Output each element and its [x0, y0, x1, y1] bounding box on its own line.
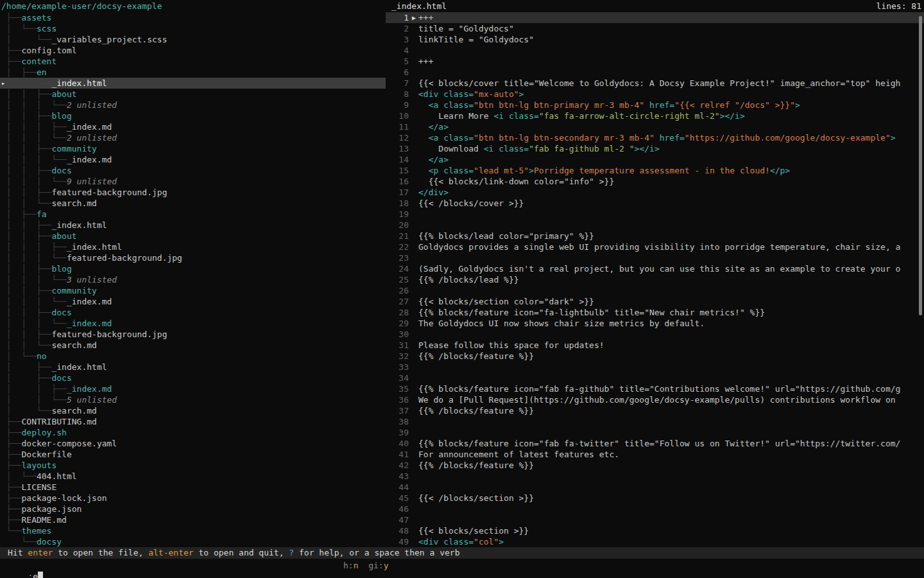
code-segment: "https://github.com/google/docsy-example… — [685, 133, 891, 143]
command-input[interactable]: :e — [28, 572, 43, 578]
tree-row[interactable]: │ │ └──search.md — [0, 198, 386, 209]
tree-item-label: _index.md — [67, 384, 112, 394]
tree-row[interactable]: │ │ ├──docs — [0, 307, 386, 318]
tree-row[interactable]: ├──LICENSE — [0, 482, 386, 493]
tree-row[interactable]: │ └──scss — [0, 23, 386, 34]
tree-row[interactable]: │ │ ├──featured-background.jpg — [0, 187, 386, 198]
tree-row[interactable]: │ │ │ └──_index.md — [0, 318, 386, 329]
file-tree-panel: ├──assets│ └──scss│ └──_variables_projec… — [0, 12, 386, 547]
tree-item-label: assets — [21, 13, 51, 22]
line-number: 7 — [386, 78, 409, 89]
tree-row[interactable]: │ │ ├──about — [0, 89, 386, 100]
tree-row[interactable]: │ ├──_index.html — [0, 362, 386, 372]
tree-row[interactable]: ├──config.toml — [0, 45, 386, 56]
tree-row[interactable]: │ │ ├──docs — [0, 165, 386, 176]
tree-row[interactable]: ├──assets — [0, 12, 386, 23]
tree-item-label: 404.html — [37, 471, 77, 481]
code-segment: ></i> — [635, 144, 660, 153]
code-text — [409, 329, 418, 340]
tree-row[interactable]: │ └──404.html — [0, 471, 386, 482]
tree-row[interactable]: │ │ ├──featured-background.jpg — [0, 329, 386, 340]
tree-row[interactable]: ├──package-lock.json — [0, 493, 386, 504]
code-segment: {{% /blocks/feature %}} — [418, 351, 534, 361]
line-number: 23 — [386, 252, 409, 263]
tree-row[interactable]: │ │ ├──community — [0, 285, 386, 296]
tree-row[interactable]: │ │ ├──about — [0, 231, 386, 241]
preview-line: 12 <a class="btn btn-lg btn-secondary mr… — [386, 132, 924, 143]
tree-row[interactable]: │ └──search.md — [0, 405, 386, 416]
tree-branch-lines: │ │ ├── — [6, 78, 51, 88]
tree-row[interactable]: │ │ ├──_index.md — [0, 383, 386, 394]
tree-row[interactable]: │ └──_variables_project.scss — [0, 34, 386, 45]
tree-row[interactable]: │ │ │ └──9 unlisted — [0, 176, 386, 187]
code-segment: "{{< relref "/docs" >}}" — [674, 100, 795, 110]
tree-row[interactable]: │ │ │ └──2 unlisted — [0, 100, 386, 110]
preview-line: 13 Download <i class="fab fa-github ml-2… — [386, 143, 924, 154]
tree-row[interactable]: ├──CONTRIBUTING.md — [0, 416, 386, 427]
tree-row[interactable]: ├──deploy.sh — [0, 427, 386, 438]
preview-line: 43 — [386, 471, 924, 482]
preview-line: 7{{< blocks/cover title="Welcome to Gold… — [386, 78, 924, 89]
tree-row[interactable]: │ └──no — [0, 351, 386, 362]
preview-line: 15 <p class="lead mt-5">Porridge tempera… — [386, 165, 924, 176]
tree-row[interactable]: │ ├──fa — [0, 209, 386, 220]
tree-row[interactable]: └──themes — [0, 525, 386, 536]
tree-row[interactable]: ├──package.json — [0, 504, 386, 514]
mode-flags: h:n gi:y — [343, 560, 388, 571]
tree-row-selected[interactable]: ▸│ │ ├──_index.html — [0, 78, 386, 89]
code-text: We do a [Pull Request](https://github.co… — [409, 394, 900, 405]
code-text: <p class="lead mt-5">Porridge temperatur… — [409, 165, 790, 176]
tree-row[interactable]: ├──content — [0, 56, 386, 67]
flag-text: h: — [343, 561, 354, 570]
tree-row[interactable]: │ │ │ └──2 unlisted — [0, 132, 386, 143]
tree-row[interactable]: │ │ │ └──_index.md — [0, 296, 386, 307]
tree-row[interactable]: │ │ └──5 unlisted — [0, 394, 386, 405]
code-text: {{% /blocks/feature %}} — [409, 405, 534, 416]
tree-row[interactable]: │ │ ├──blog — [0, 263, 386, 274]
code-segment: <a class= — [418, 133, 474, 143]
tree-branch-lines: │ ├── — [6, 362, 51, 372]
tree-branch-lines: │ │ │ └── — [6, 133, 67, 143]
tree-row[interactable]: ├──layouts — [0, 460, 386, 471]
line-number: 35 — [386, 383, 409, 394]
tree-branch-lines: ├── — [6, 482, 21, 492]
tree-row[interactable]: └──docsy — [0, 536, 386, 547]
tree-row[interactable]: │ │ ├──_index.html — [0, 220, 386, 231]
preview-line: 10 Learn More <i class="fas fa-arrow-alt… — [386, 110, 924, 121]
tree-row[interactable]: ├──docker-compose.yaml — [0, 438, 386, 449]
tree-row[interactable]: │ │ ├──community — [0, 143, 386, 154]
tree-row[interactable]: │ ├──en — [0, 67, 386, 78]
tree-row[interactable]: ├──Dockerfile — [0, 449, 386, 460]
tree-row[interactable]: ├──README.md — [0, 514, 386, 525]
code-text — [409, 482, 418, 493]
preview-line: 1▶+++ — [386, 12, 924, 23]
line-number: 36 — [386, 394, 409, 405]
preview-line: 17</div> — [386, 187, 924, 198]
code-text: <div class="mx-auto"> — [409, 89, 524, 100]
code-segment: Goldydocs provides a single web UI provi… — [418, 242, 900, 252]
tree-item-label: 5 unlisted — [67, 395, 117, 405]
broot-window: /home/example-user/docsy-example _index.… — [0, 0, 924, 578]
preview-scrollbar[interactable] — [919, 16, 922, 315]
preview-line: 35{{% blocks/feature icon="fab fa-github… — [386, 383, 924, 394]
code-segment: {{< /blocks/section >}} — [418, 493, 534, 503]
tree-row[interactable]: │ │ ├──blog — [0, 110, 386, 121]
tree-row[interactable]: │ │ │ ├──_index.html — [0, 241, 386, 252]
tree-row[interactable]: │ │ │ └──featured-background.jpg — [0, 252, 386, 263]
selected-line-marker-icon: ▶ — [412, 12, 416, 23]
tree-row[interactable]: │ │ │ └──_index.md — [0, 154, 386, 165]
tree-row[interactable]: │ │ │ └──3 unlisted — [0, 274, 386, 285]
tree-row[interactable]: │ │ └──search.md — [0, 340, 386, 351]
code-segment: {{% blocks/feature icon="fa-lightbulb" t… — [418, 308, 765, 317]
preview-lines: 1▶+++2title = "Goldydocs"3linkTitle = "G… — [386, 12, 924, 547]
tree-row[interactable]: │ │ │ ├──_index.md — [0, 121, 386, 132]
tree-branch-lines: │ │ │ └── — [6, 319, 67, 328]
tree-item-label: featured-background.jpg — [67, 253, 182, 263]
code-segment: </a> — [418, 155, 449, 164]
tree-item-label: blog — [51, 264, 71, 274]
tree-row[interactable]: │ ├──docs — [0, 372, 386, 383]
tree-item-label: featured-background.jpg — [51, 329, 167, 339]
code-segment: For announcement of latest features etc. — [418, 450, 619, 459]
code-text — [409, 45, 418, 56]
tree-branch-lines: │ └── — [6, 406, 51, 416]
